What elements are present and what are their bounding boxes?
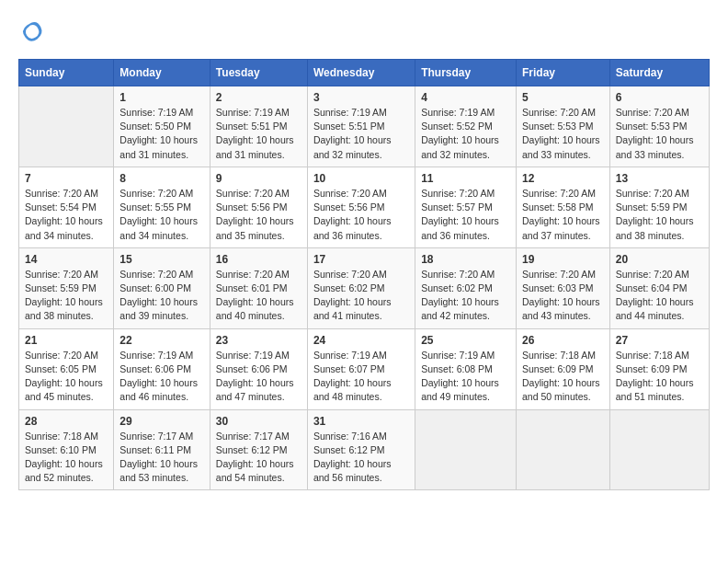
- calendar-cell: 21Sunrise: 7:20 AMSunset: 6:05 PMDayligh…: [19, 328, 114, 409]
- calendar-cell: 17Sunrise: 7:20 AMSunset: 6:02 PMDayligh…: [307, 247, 415, 328]
- weekday-header-thursday: Thursday: [415, 60, 517, 86]
- day-info: Sunrise: 7:20 AMSunset: 6:04 PMDaylight:…: [616, 268, 703, 324]
- week-row-3: 14Sunrise: 7:20 AMSunset: 5:59 PMDayligh…: [19, 247, 710, 328]
- day-info: Sunrise: 7:19 AMSunset: 6:08 PMDaylight:…: [421, 349, 510, 405]
- day-info: Sunrise: 7:20 AMSunset: 6:01 PMDaylight:…: [216, 268, 301, 324]
- day-number: 21: [25, 334, 108, 347]
- day-number: 31: [313, 415, 409, 428]
- weekday-header-tuesday: Tuesday: [210, 60, 307, 86]
- day-number: 29: [119, 415, 204, 428]
- day-number: 19: [522, 253, 604, 266]
- calendar-cell: 25Sunrise: 7:19 AMSunset: 6:08 PMDayligh…: [415, 328, 517, 409]
- calendar-cell: 12Sunrise: 7:20 AMSunset: 5:58 PMDayligh…: [516, 167, 609, 247]
- calendar-cell: 7Sunrise: 7:20 AMSunset: 5:54 PMDaylight…: [19, 167, 114, 247]
- calendar-table: SundayMondayTuesdayWednesdayThursdayFrid…: [18, 59, 710, 490]
- calendar-cell: 5Sunrise: 7:20 AMSunset: 5:53 PMDaylight…: [516, 86, 609, 167]
- day-number: 14: [25, 253, 108, 266]
- day-info: Sunrise: 7:19 AMSunset: 6:06 PMDaylight:…: [216, 349, 301, 405]
- calendar-cell: 6Sunrise: 7:20 AMSunset: 5:53 PMDaylight…: [609, 86, 709, 167]
- week-row-2: 7Sunrise: 7:20 AMSunset: 5:54 PMDaylight…: [19, 167, 710, 247]
- day-info: Sunrise: 7:18 AMSunset: 6:10 PMDaylight:…: [25, 430, 108, 486]
- day-info: Sunrise: 7:19 AMSunset: 5:51 PMDaylight:…: [313, 106, 409, 162]
- calendar-cell: [415, 409, 517, 490]
- day-number: 5: [522, 91, 604, 104]
- day-number: 27: [616, 334, 703, 347]
- calendar-cell: 27Sunrise: 7:18 AMSunset: 6:09 PMDayligh…: [609, 328, 709, 409]
- calendar-cell: 15Sunrise: 7:20 AMSunset: 6:00 PMDayligh…: [114, 247, 210, 328]
- calendar-cell: 4Sunrise: 7:19 AMSunset: 5:52 PMDaylight…: [415, 86, 517, 167]
- day-info: Sunrise: 7:20 AMSunset: 5:56 PMDaylight:…: [313, 187, 409, 243]
- weekday-header-sunday: Sunday: [19, 60, 114, 86]
- day-info: Sunrise: 7:20 AMSunset: 6:00 PMDaylight:…: [119, 268, 204, 324]
- calendar-cell: 14Sunrise: 7:20 AMSunset: 5:59 PMDayligh…: [19, 247, 114, 328]
- calendar-cell: 2Sunrise: 7:19 AMSunset: 5:51 PMDaylight…: [210, 86, 307, 167]
- calendar-cell: 11Sunrise: 7:20 AMSunset: 5:57 PMDayligh…: [415, 167, 517, 247]
- day-info: Sunrise: 7:20 AMSunset: 6:03 PMDaylight:…: [522, 268, 604, 324]
- calendar-cell: 26Sunrise: 7:18 AMSunset: 6:09 PMDayligh…: [516, 328, 609, 409]
- day-info: Sunrise: 7:20 AMSunset: 5:59 PMDaylight:…: [25, 268, 108, 324]
- day-info: Sunrise: 7:18 AMSunset: 6:09 PMDaylight:…: [522, 349, 604, 405]
- day-info: Sunrise: 7:20 AMSunset: 5:56 PMDaylight:…: [216, 187, 301, 243]
- week-row-1: 1Sunrise: 7:19 AMSunset: 5:50 PMDaylight…: [19, 86, 710, 167]
- day-info: Sunrise: 7:20 AMSunset: 6:05 PMDaylight:…: [25, 349, 108, 405]
- day-info: Sunrise: 7:20 AMSunset: 5:53 PMDaylight:…: [522, 106, 604, 162]
- day-info: Sunrise: 7:20 AMSunset: 6:02 PMDaylight:…: [421, 268, 510, 324]
- weekday-header-wednesday: Wednesday: [307, 60, 415, 86]
- calendar-cell: 8Sunrise: 7:20 AMSunset: 5:55 PMDaylight…: [114, 167, 210, 247]
- day-number: 12: [522, 172, 604, 185]
- day-number: 13: [616, 172, 703, 185]
- calendar-cell: 30Sunrise: 7:17 AMSunset: 6:12 PMDayligh…: [210, 409, 307, 490]
- day-info: Sunrise: 7:20 AMSunset: 5:55 PMDaylight:…: [119, 187, 204, 243]
- calendar-cell: [516, 409, 609, 490]
- day-info: Sunrise: 7:17 AMSunset: 6:11 PMDaylight:…: [119, 430, 204, 486]
- day-number: 28: [25, 415, 108, 428]
- day-number: 30: [216, 415, 301, 428]
- calendar-cell: 16Sunrise: 7:20 AMSunset: 6:01 PMDayligh…: [210, 247, 307, 328]
- calendar-cell: 29Sunrise: 7:17 AMSunset: 6:11 PMDayligh…: [114, 409, 210, 490]
- week-row-5: 28Sunrise: 7:18 AMSunset: 6:10 PMDayligh…: [19, 409, 710, 490]
- day-number: 18: [421, 253, 510, 266]
- day-number: 10: [313, 172, 409, 185]
- day-number: 11: [421, 172, 510, 185]
- page-header: [18, 18, 710, 44]
- day-number: 26: [522, 334, 604, 347]
- calendar-cell: 20Sunrise: 7:20 AMSunset: 6:04 PMDayligh…: [609, 247, 709, 328]
- day-number: 1: [119, 91, 204, 104]
- day-info: Sunrise: 7:19 AMSunset: 6:06 PMDaylight:…: [119, 349, 204, 405]
- day-info: Sunrise: 7:20 AMSunset: 5:59 PMDaylight:…: [616, 187, 703, 243]
- weekday-header-row: SundayMondayTuesdayWednesdayThursdayFrid…: [19, 60, 710, 86]
- day-number: 17: [313, 253, 409, 266]
- day-number: 15: [119, 253, 204, 266]
- day-info: Sunrise: 7:17 AMSunset: 6:12 PMDaylight:…: [216, 430, 301, 486]
- day-info: Sunrise: 7:16 AMSunset: 6:12 PMDaylight:…: [313, 430, 409, 486]
- day-number: 4: [421, 91, 510, 104]
- calendar-cell: 3Sunrise: 7:19 AMSunset: 5:51 PMDaylight…: [307, 86, 415, 167]
- calendar-cell: 24Sunrise: 7:19 AMSunset: 6:07 PMDayligh…: [307, 328, 415, 409]
- weekday-header-monday: Monday: [114, 60, 210, 86]
- calendar-cell: 28Sunrise: 7:18 AMSunset: 6:10 PMDayligh…: [19, 409, 114, 490]
- logo: [18, 18, 48, 44]
- calendar-cell: 22Sunrise: 7:19 AMSunset: 6:06 PMDayligh…: [114, 328, 210, 409]
- calendar-cell: 23Sunrise: 7:19 AMSunset: 6:06 PMDayligh…: [210, 328, 307, 409]
- day-number: 7: [25, 172, 108, 185]
- calendar-cell: 31Sunrise: 7:16 AMSunset: 6:12 PMDayligh…: [307, 409, 415, 490]
- day-number: 6: [616, 91, 703, 104]
- day-info: Sunrise: 7:20 AMSunset: 5:54 PMDaylight:…: [25, 187, 108, 243]
- day-info: Sunrise: 7:19 AMSunset: 5:51 PMDaylight:…: [216, 106, 301, 162]
- calendar-cell: 18Sunrise: 7:20 AMSunset: 6:02 PMDayligh…: [415, 247, 517, 328]
- day-number: 22: [119, 334, 204, 347]
- calendar-cell: [609, 409, 709, 490]
- day-info: Sunrise: 7:19 AMSunset: 5:50 PMDaylight:…: [119, 106, 204, 162]
- day-number: 23: [216, 334, 301, 347]
- weekday-header-friday: Friday: [516, 60, 609, 86]
- week-row-4: 21Sunrise: 7:20 AMSunset: 6:05 PMDayligh…: [19, 328, 710, 409]
- day-number: 20: [616, 253, 703, 266]
- calendar-cell: 10Sunrise: 7:20 AMSunset: 5:56 PMDayligh…: [307, 167, 415, 247]
- day-info: Sunrise: 7:19 AMSunset: 5:52 PMDaylight:…: [421, 106, 510, 162]
- calendar-cell: [19, 86, 114, 167]
- day-number: 3: [313, 91, 409, 104]
- day-number: 25: [421, 334, 510, 347]
- day-info: Sunrise: 7:20 AMSunset: 5:53 PMDaylight:…: [616, 106, 703, 162]
- calendar-cell: 1Sunrise: 7:19 AMSunset: 5:50 PMDaylight…: [114, 86, 210, 167]
- day-info: Sunrise: 7:20 AMSunset: 6:02 PMDaylight:…: [313, 268, 409, 324]
